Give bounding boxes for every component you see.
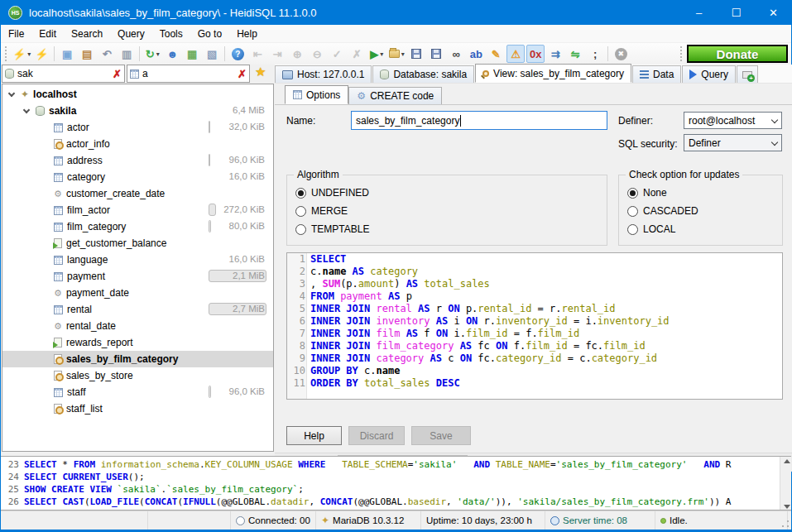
check-option-option-local[interactable]: LOCAL [627, 223, 675, 235]
tab-host-127-0-0-1[interactable]: Host: 127.0.0.1 [275, 65, 372, 83]
scroll-down-icon[interactable] [784, 505, 790, 509]
tab-view-sales-by-film-category[interactable]: View: sales_by_film_category [475, 64, 631, 83]
tree-item-get_customer_balance[interactable]: get_customer_balance [2, 235, 273, 252]
save-sql-as-icon[interactable] [427, 45, 445, 63]
reformat-sql-icon[interactable]: ⇋ [566, 45, 584, 63]
snippets-icon[interactable]: ▧ [203, 45, 221, 63]
tree-item-payment_date[interactable]: ⚙payment_date [2, 285, 273, 301]
tree-item-language[interactable]: language16,0 KiB [2, 252, 273, 268]
minimize-button[interactable]: – [680, 0, 718, 25]
tree-item-localhost[interactable]: ✦localhost [2, 86, 273, 103]
database-filter[interactable]: sak ✗ [2, 65, 125, 83]
expand-chevron-icon[interactable] [23, 107, 30, 113]
view-name-input[interactable]: sales_by_film_category [351, 111, 607, 130]
donate-button[interactable]: Donate [687, 45, 788, 63]
dropdown-arrow-icon[interactable]: ▾ [27, 50, 31, 58]
table-filter-input[interactable]: a [142, 68, 238, 79]
scroll-up-icon[interactable] [784, 459, 790, 463]
tree-item-film_actor[interactable]: film_actor272,0 KiB [2, 202, 273, 218]
algorithm-option-merge[interactable]: MERGE [295, 205, 348, 217]
run-query-icon[interactable]: ▶▾ [367, 45, 386, 63]
copy-icon[interactable]: ▣ [58, 45, 76, 63]
delete-row-icon[interactable]: ⊖ [308, 45, 326, 63]
algorithm-option-undefined[interactable]: UNDEFINED [295, 187, 369, 199]
menu-tools[interactable]: Tools [152, 26, 190, 42]
radio-unselected-icon[interactable] [295, 224, 306, 235]
tree-item-actor_info[interactable]: actor_info [2, 136, 273, 152]
disconnect-icon[interactable]: ⚡ [32, 45, 50, 63]
subtab-create-code[interactable]: ⚙CREATE code [348, 87, 442, 104]
tab-data[interactable]: Data [632, 65, 681, 83]
tree-item-actor[interactable]: actor32,0 KiB [2, 119, 273, 136]
log-scrollbar[interactable] [780, 457, 791, 510]
post-changes-icon[interactable]: ✓ [328, 45, 346, 63]
tree-item-sales_by_film_category[interactable]: sales_by_film_category [2, 351, 273, 367]
tree-item-staff[interactable]: staff96,0 KiB [2, 384, 273, 400]
database-filter-input[interactable]: sak [17, 68, 113, 79]
session-manager-icon[interactable]: ⚡▾ [12, 45, 31, 63]
refresh-icon[interactable]: ↻▾ [143, 45, 161, 63]
dropdown-arrow-icon[interactable]: ▾ [380, 50, 383, 58]
undo-icon[interactable]: ↶ [98, 45, 116, 63]
radio-unselected-icon[interactable] [627, 206, 638, 217]
menu-query[interactable]: Query [110, 26, 152, 42]
menu-search[interactable]: Search [64, 26, 110, 42]
check-option-option-none[interactable]: None [627, 187, 667, 199]
load-sql-icon[interactable]: ▾ [387, 45, 406, 63]
help-button[interactable]: Help [286, 426, 342, 445]
menu-go-to[interactable]: Go to [190, 26, 229, 42]
table-filter[interactable]: a ✗ [127, 65, 250, 83]
user-manager-icon[interactable]: ☻ [163, 45, 181, 63]
radio-unselected-icon[interactable] [627, 224, 638, 235]
menu-help[interactable]: Help [229, 26, 265, 42]
tab-new-query[interactable] [737, 65, 758, 83]
tree-item-category[interactable]: category16,0 KiB [2, 169, 273, 185]
algorithm-option-temptable[interactable]: TEMPTABLE [295, 223, 369, 235]
bind-params-icon[interactable]: ⇉ [546, 45, 564, 63]
tree-item-rental_date[interactable]: ⚙rental_date [2, 318, 273, 334]
dropdown-arrow-icon[interactable]: ▾ [156, 50, 160, 58]
tree-item-payment[interactable]: payment2,1 MiB [2, 268, 273, 285]
help-icon[interactable]: ? [228, 45, 247, 63]
warn-unsafe-icon[interactable]: ⚠ [506, 45, 525, 63]
resize-grip[interactable] [781, 520, 790, 528]
close-button[interactable]: ✕ [755, 0, 792, 25]
tree-item-rental[interactable]: rental2,7 MiB [2, 301, 273, 318]
menu-edit[interactable]: Edit [31, 26, 64, 42]
tree-item-film_category[interactable]: film_category80,0 KiB [2, 218, 273, 235]
find-icon[interactable]: ∞ [447, 45, 465, 63]
tab-database-sakila[interactable]: Database: sakila [372, 65, 474, 83]
insert-row-icon[interactable]: ⊕ [288, 45, 306, 63]
favorites-star-icon[interactable]: ★ [255, 65, 266, 84]
tree-item-staff_list[interactable]: staff_list [2, 400, 273, 417]
expand-chevron-icon[interactable] [8, 90, 15, 97]
maximize-button[interactable]: ☐ [718, 0, 755, 25]
check-option-option-cascaded[interactable]: CASCADED [627, 205, 698, 217]
subtab-options[interactable]: Options [285, 85, 348, 104]
menu-file[interactable]: File [1, 26, 31, 42]
tree-item-sakila[interactable]: sakila6,4 MiB [2, 103, 273, 119]
tab-query[interactable]: Query [682, 65, 736, 83]
tree-item-customer_create_date[interactable]: ⚙customer_create_date [2, 185, 273, 202]
dropdown-arrow-icon[interactable]: ▾ [401, 50, 405, 58]
tree-item-address[interactable]: address96,0 KiB [2, 152, 273, 169]
clear-table-filter-icon[interactable]: ✗ [238, 68, 247, 80]
hex-blobs-icon[interactable]: 0x [526, 45, 545, 63]
tree-item-rewards_report[interactable]: rewards_report [2, 334, 273, 351]
clear-database-filter-icon[interactable]: ✗ [113, 68, 122, 80]
replace-icon[interactable]: ab [467, 45, 485, 63]
save-sql-icon[interactable] [407, 45, 425, 63]
print-icon[interactable]: ▥ [118, 45, 136, 63]
export-database-icon[interactable]: ▦ [183, 45, 201, 63]
reformat-pencil-icon[interactable]: ✎ [487, 45, 505, 63]
tree-item-sales_by_store[interactable]: sales_by_store [2, 367, 273, 384]
last-row-icon[interactable]: ⇥ [268, 45, 286, 63]
radio-selected-icon[interactable] [295, 188, 306, 199]
radio-unselected-icon[interactable] [295, 206, 306, 217]
stop-icon[interactable]: ✖ [612, 45, 630, 63]
delimiter-icon[interactable]: ; [586, 45, 604, 63]
revert-changes-icon[interactable]: ✗ [348, 45, 366, 63]
first-row-icon[interactable]: ⇤ [248, 45, 266, 63]
paste-icon[interactable]: ▤ [78, 45, 96, 63]
view-sql-editor[interactable]: 1SELECT2c.name AS category3, SUM(p.amoun… [286, 252, 783, 400]
